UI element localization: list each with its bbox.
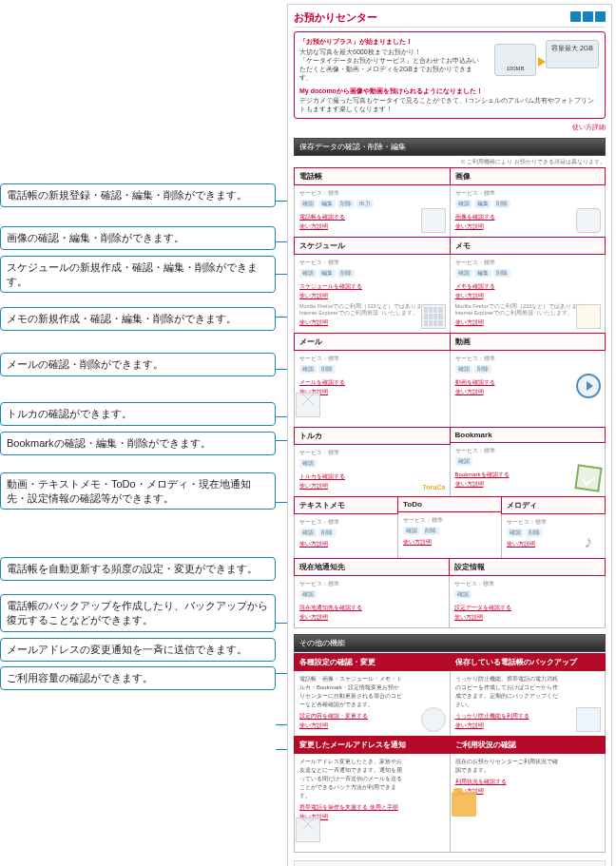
card-memo: メモ サービス：標準 確認編集削除 メモを確認する 使い方説明 Mozilla … <box>451 238 606 334</box>
guide-link[interactable]: 使い方説明 <box>403 538 496 547</box>
callout-text: スケジュールの新規作成・確認・編集・削除ができます。 <box>7 261 258 287</box>
callout-toruca: トルカの確認ができます。 <box>0 402 276 426</box>
promo-sub-line: デジカメで撮った写真もケータイで見ることができて、iコンシェルのアルバム共有やフ… <box>299 96 600 113</box>
usage-link[interactable]: 利用状況を確認する <box>455 778 601 786</box>
promo-sub-title: My docomoから画像や動画を預けられるようになりました！ <box>299 87 600 95</box>
callout-text: 電話帳の新規登録・確認・編集・削除ができます。 <box>7 189 247 201</box>
callout-text: Bookmarkの確認・編集・削除ができます。 <box>7 437 211 449</box>
guide-link[interactable]: 使い方説明 <box>299 292 445 300</box>
card-schedule: スケジュール サービス：標準 確認編集削除 スケジュールを確認する 使い方説明 … <box>294 238 451 334</box>
callout-text: 動画・テキストメモ・ToDo・メロディ・現在地通知先・設定情報の確認等ができます… <box>7 478 251 504</box>
card-title: 設定情報 <box>449 558 606 576</box>
app-header: お預かりセンター <box>294 10 606 28</box>
card-mail-notify: 変更したメールアドレスを通知 メールアドレス変更したとき、家族やお友達などに一斉… <box>294 737 451 853</box>
card-title: 変更したメールアドレスを通知 <box>294 736 451 754</box>
card-title: テキストメモ <box>294 496 398 514</box>
memo-link[interactable]: メモを確認する <box>455 282 601 291</box>
folder-icon <box>452 792 476 817</box>
card-toruca: トルカ サービス：標準 確認 トルカを確認する 使い方説明 ToruCa <box>294 428 451 497</box>
header-icons <box>568 11 606 24</box>
card-bookmark: Bookmark サービス：標準 確認 Bookmarkを確認する 使い方説明 <box>451 428 606 497</box>
portrait-icon <box>576 208 601 233</box>
calendar-icon <box>421 304 446 329</box>
promo-box: 「お預かりプラス」が始まりました！ 大切な写真を最大6000枚までお預かり！ 「… <box>294 31 606 119</box>
guide-link[interactable]: 使い方説明 <box>455 787 601 796</box>
guide-link[interactable]: 使い方説明 <box>299 613 444 622</box>
card-usage: ご利用状況の確認 現在のお預かりセンターご利用状況で確認できます。 利用状況を確… <box>451 737 606 853</box>
bookmark-icon <box>574 464 602 491</box>
mail-link[interactable]: メールを確認する <box>299 378 445 387</box>
mail-icon <box>296 818 320 842</box>
callout-memo: メモの新規作成・確認・編集・削除ができます。 <box>0 307 276 331</box>
callout-text: メールアドレスの変更通知を一斉に送信できます。 <box>7 644 247 655</box>
guide-link[interactable]: 使い方説明 <box>299 813 445 821</box>
toruca-link[interactable]: トルカを確認する <box>299 472 445 481</box>
card-title: 画像 <box>450 167 606 185</box>
music-icon: ♪ <box>576 529 601 554</box>
callout-text: ご利用容量の確認ができます。 <box>7 672 153 683</box>
callout-backup: 電話帳のバックアップを作成したり、バックアップから復元することなどができます。 <box>0 594 276 632</box>
card-settings: 設定情報 サービス：標準 確認 設定データを確認する 使い方説明 <box>450 559 606 628</box>
card-title: Bookmark <box>450 427 606 443</box>
callout-phonebook: 電話帳の新規登録・確認・編集・削除ができます。 <box>0 183 276 207</box>
card-title: ToDo <box>397 496 502 512</box>
note-icon <box>576 304 601 329</box>
box-icon <box>576 707 601 732</box>
callout-mail-notify: メールアドレスの変更通知を一斉に送信できます。 <box>0 638 276 662</box>
callout-bookmark: Bookmarkの確認・編集・削除ができます。 <box>0 432 276 455</box>
callout-text: トルカの確認ができます。 <box>7 408 132 419</box>
card-phonebook: 電話帳 サービス：標準 確認編集削除出力 電話帳を確認する 使い方説明 <box>294 168 451 238</box>
guide-link[interactable]: 使い方説明 <box>299 388 445 396</box>
section-other: その他の機能 <box>294 634 606 652</box>
mail-notify-link[interactable]: 携帯電話を操作を支援する 使用と手順 <box>299 803 445 812</box>
card-desc: メールアドレス変更したとき、家族やお友達などに一斉通知できます。通知を届っている… <box>299 758 404 800</box>
location-link[interactable]: 現在地通知先を確認する <box>299 604 444 612</box>
calc-icon[interactable] <box>583 11 593 22</box>
play-icon <box>576 374 601 398</box>
card-mail: メール サービス：標準 確認削除 メールを確認する 使い方説明 <box>294 334 451 428</box>
card-title: 保存している電話帳のバックアップ <box>450 653 606 671</box>
guide-link[interactable]: 使い方説明 <box>455 292 601 300</box>
promo-detail-link[interactable]: 使い方詳細 <box>572 124 606 130</box>
promo-line-2: 「ケータイデータお預かりサービス」と合わせてお申込みいただくと画像・動画・メロデ… <box>299 56 480 82</box>
card-todo: ToDo サービス：標準 確認削除 使い方説明 <box>398 497 502 559</box>
callout-images: 画像の確認・編集・削除ができます。 <box>0 226 276 250</box>
callout-usage: ご利用容量の確認ができます。 <box>0 666 276 690</box>
card-title: 現在地通知先 <box>294 558 450 576</box>
capacity-2gb: 容量最大 2GB <box>546 40 599 68</box>
callout-text: 画像の確認・編集・削除ができます。 <box>7 232 184 243</box>
promo-illustration: 100MB 容量最大 2GB <box>494 38 599 86</box>
card-desc: 現在のお預かりセンターご利用状況で確認できます。 <box>455 758 560 775</box>
callout-text: メモの新規作成・確認・編集・削除ができます。 <box>7 313 237 324</box>
capacity-100mb: 100MB <box>495 66 535 73</box>
card-title: トルカ <box>294 427 451 445</box>
card-title: 動画 <box>450 333 606 351</box>
settings-link[interactable]: 設定データを確認する <box>454 604 600 612</box>
card-title: メロディ <box>501 496 606 514</box>
callout-auto-update: 電話帳を自動更新する頻度の設定・変更ができます。 <box>0 557 276 581</box>
phone-icon[interactable] <box>570 11 581 22</box>
toruca-icon: ToruCa <box>423 484 446 491</box>
card-title: メール <box>294 333 451 351</box>
gear-icon <box>421 707 446 732</box>
callout-text: 電話帳のバックアップを作成したり、バックアップから復元することなどができます。 <box>7 600 268 625</box>
card-images: 画像 サービス：標準 確認編集削除 画像を確認する 使い方説明 <box>451 168 606 238</box>
callout-mail: メールの確認・削除ができます。 <box>0 353 276 376</box>
callout-text: メールの確認・削除ができます。 <box>7 358 164 370</box>
guide-link[interactable]: 使い方説明 <box>454 613 600 622</box>
service-label: サービス：標準 <box>455 189 601 198</box>
card-title: メモ <box>450 237 606 255</box>
card-settings-change: 各種設定の確認・変更 電話帳・画像・スケジュール・メモ・トルカ・Bookmark… <box>294 654 451 737</box>
callout-text: 電話帳を自動更新する頻度の設定・変更ができます。 <box>7 563 258 574</box>
service-label: サービス：標準 <box>299 189 445 198</box>
mail-icon <box>296 393 320 417</box>
schedule-link[interactable]: スケジュールを確認する <box>299 282 445 291</box>
card-title: スケジュール <box>294 237 451 255</box>
guide-link[interactable]: 使い方説明 <box>299 540 393 548</box>
card-title: ご利用状況の確認 <box>450 736 606 754</box>
mail-icon[interactable] <box>595 11 606 22</box>
card-title: 各種設定の確認・変更 <box>294 653 451 671</box>
card-location: 現在地通知先 サービス：標準 確認 現在地通知先を確認する 使い方説明 <box>294 559 450 628</box>
section-note: ※ ご利用機種により お預かりできる項目は異なります。 <box>294 158 606 166</box>
card-backup: 保存している電話帳のバックアップ うっかり防止機能。携帯電話の電力消耗のコピーを… <box>451 654 606 737</box>
